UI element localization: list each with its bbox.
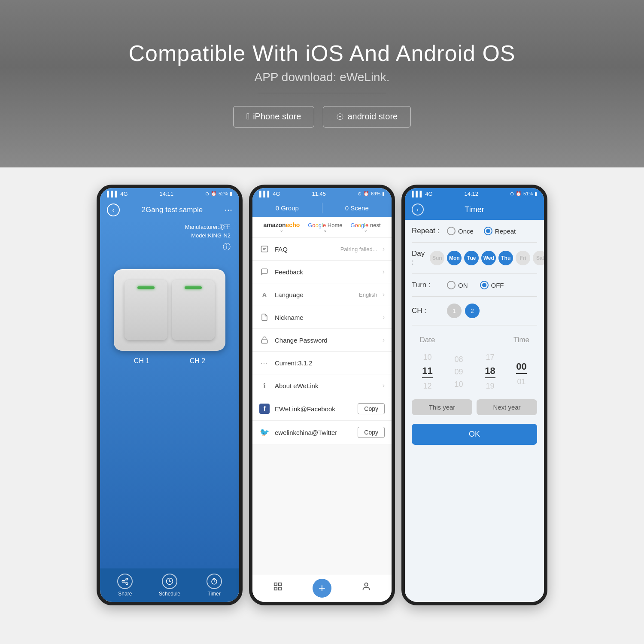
off-radio[interactable] [480, 281, 489, 289]
ch-options: 1 2 [447, 304, 480, 318]
min-below: 19 [486, 382, 494, 391]
android-icon: ☉ [336, 112, 344, 122]
ch1-button[interactable]: 1 [447, 304, 462, 318]
day-fri[interactable]: Fri [516, 251, 530, 265]
phone3-back-button[interactable]: ‹ [412, 204, 424, 216]
min-selected: 18 [485, 365, 495, 378]
google-nest-brand: Google nest ∨ [350, 222, 380, 233]
hour-below: 10 [454, 380, 463, 389]
phone2-footer: + [252, 574, 392, 602]
menu-nickname[interactable]: Nickname › [252, 306, 392, 329]
switch-button-2[interactable] [172, 280, 215, 340]
feedback-icon [259, 267, 270, 277]
phone3-time: 14:12 [465, 191, 479, 197]
ch-row: CH : 1 2 [412, 304, 537, 318]
repeat-label: Repeat : [412, 227, 442, 235]
version-label: Current:3.1.2 [275, 359, 385, 367]
day-wed[interactable]: Wed [481, 251, 496, 265]
add-button[interactable]: + [313, 579, 331, 598]
faq-label: FAQ [275, 246, 335, 253]
phone3-battery: ⊙ ⏰ 51% ▮ [510, 191, 537, 197]
password-icon [259, 335, 270, 345]
off-option[interactable]: OFF [480, 281, 504, 289]
min-col[interactable]: 17 18 19 [474, 353, 506, 391]
top-section: Compatible With iOS And Android OS APP d… [0, 0, 644, 167]
android-store-button[interactable]: ☉ android store [323, 106, 411, 128]
nickname-icon [259, 312, 270, 322]
menu-facebook[interactable]: f EWeLink@Facebook Copy [252, 397, 392, 421]
twitter-label: ewelinkchina@Twitter [275, 429, 352, 436]
date-selected: 11 [422, 365, 432, 378]
this-year-button[interactable]: This year [412, 399, 472, 415]
timer-footer-item[interactable]: Timer [207, 574, 222, 597]
iphone-store-button[interactable]:  iPhone store [233, 106, 315, 128]
phone1-back-button[interactable]: ‹ [107, 204, 120, 216]
switch-device [114, 269, 225, 351]
svg-rect-8 [261, 246, 268, 252]
tab-scene[interactable]: 0 Scene [322, 199, 392, 217]
ch-label: CH : [412, 307, 442, 315]
led-1 [137, 286, 155, 289]
channel2-label: CH 2 [176, 357, 219, 365]
day-mon[interactable]: Mon [447, 251, 462, 265]
day-tue[interactable]: Tue [464, 251, 479, 265]
menu-about[interactable]: ℹ About eWeLink › [252, 374, 392, 397]
day-thu[interactable]: Thu [498, 251, 513, 265]
twitter-copy-button[interactable]: Copy [358, 427, 385, 438]
profile-icon[interactable] [358, 579, 374, 594]
day-pills: Sun Mon Tue Wed Thu Fri Sat [430, 251, 547, 265]
once-option[interactable]: Once [447, 227, 474, 235]
ok-button[interactable]: OK [412, 424, 537, 445]
language-label: Language [275, 291, 354, 298]
facebook-copy-button[interactable]: Copy [358, 403, 385, 414]
date-above: 10 [423, 353, 431, 362]
day-sun[interactable]: Sun [430, 251, 444, 265]
day-sat[interactable]: Sat [533, 251, 547, 265]
ch2-button[interactable]: 2 [465, 304, 480, 318]
menu-language[interactable]: A Language English › [252, 283, 392, 306]
google-home-chevron: ∨ [324, 228, 327, 233]
picker-columns[interactable]: 10 11 12 08 09 10 17 18 19 00 01 [412, 353, 537, 391]
divider4 [412, 325, 537, 325]
phone3: ▌▌▌ 4G 14:12 ⊙ ⏰ 51% ▮ ‹ Timer Repeat : … [401, 185, 547, 605]
timer-icon [207, 574, 222, 589]
share-label: Share [118, 591, 132, 597]
phone1-more-button[interactable]: ··· [225, 204, 232, 216]
facebook-label: EWeLink@Facebook [275, 405, 352, 413]
repeat-radio[interactable] [484, 227, 492, 235]
info-icon[interactable]: ⓘ [100, 242, 239, 252]
day-row: Day : Sun Mon Tue Wed Thu Fri Sat [412, 249, 537, 267]
brands-row: amazonecho ∨ Google Home ∨ Google nest ∨ [252, 217, 392, 238]
phone1-status-bar: ▌▌▌ 4G 14:11 ⊙ ⏰ 52% ▮ [100, 188, 239, 199]
menu-twitter[interactable]: 🐦 ewelinkchina@Twitter Copy [252, 421, 392, 444]
once-radio[interactable] [447, 227, 456, 235]
google-home-brand: Google Home ∨ [308, 222, 342, 233]
schedule-footer-item[interactable]: Schedule [159, 574, 180, 597]
apple-icon:  [246, 112, 249, 122]
hour-col[interactable]: 08 09 10 [443, 355, 474, 389]
on-radio[interactable] [447, 281, 456, 289]
menu-change-password[interactable]: Change Password › [252, 329, 392, 352]
date-header-label: Date [412, 336, 443, 344]
phone3-signal: ▌▌▌ 4G [412, 191, 433, 197]
top-subtitle: APP download: eWeLink. [255, 70, 390, 84]
phone1-manufacturer: Manufacturer:彩王 Model:KING-N2 [100, 223, 239, 240]
svg-point-2 [126, 583, 128, 585]
switch-button-1[interactable] [125, 280, 167, 340]
grid-icon[interactable] [270, 579, 286, 594]
sec-col[interactable]: 00 01 [506, 358, 537, 386]
phone2-signal: ▌▌▌ 4G [259, 191, 280, 197]
on-option[interactable]: ON [447, 281, 468, 289]
next-year-button[interactable]: Next year [477, 399, 537, 415]
menu-faq[interactable]: FAQ Pairing failed... › [252, 238, 392, 261]
min-above: 17 [486, 353, 494, 362]
time-header-label: Time [506, 336, 537, 344]
menu-list: FAQ Pairing failed... › Feedback › A Lan… [252, 238, 392, 574]
tab-group[interactable]: 0 Group [252, 199, 322, 217]
svg-rect-11 [261, 340, 267, 343]
share-footer-item[interactable]: Share [117, 574, 133, 597]
repeat-option[interactable]: Repeat [484, 227, 516, 235]
date-col[interactable]: 10 11 12 [412, 353, 443, 391]
phone1-header: ‹ 2Gang test sample ··· [100, 199, 239, 221]
menu-feedback[interactable]: Feedback › [252, 261, 392, 283]
